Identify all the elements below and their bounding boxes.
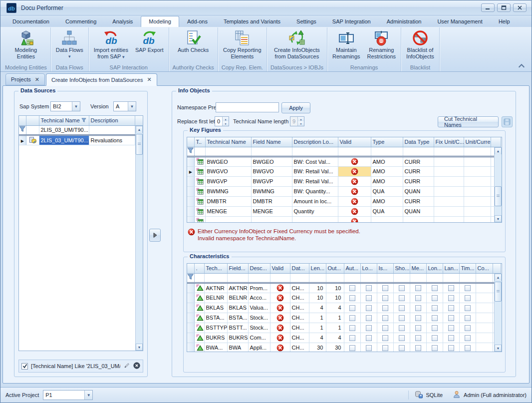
cell-field-name[interactable]: BKLAS (227, 303, 248, 313)
cell-flag-checkbox[interactable] (410, 283, 426, 293)
cell-unit-currency[interactable] (464, 196, 491, 206)
cell-co[interactable] (476, 343, 493, 352)
cell-valid-error-icon[interactable] (338, 186, 371, 196)
checkbox-unchecked[interactable] (415, 285, 421, 291)
cell-unit-currency[interactable] (464, 156, 491, 166)
cell-field-name[interactable]: BSTA... (227, 313, 248, 323)
cell-flag-checkbox[interactable] (443, 293, 459, 303)
cell-description[interactable] (292, 216, 338, 223)
cell-field-name[interactable]: BWGEO (251, 156, 292, 166)
cell-flag-checkbox[interactable] (360, 303, 377, 313)
scrollbar-thumb[interactable] (495, 282, 502, 302)
menu-tab-add-ons[interactable]: Add-ons (179, 16, 216, 27)
cell-fix-unit[interactable] (434, 206, 464, 216)
menu-tab-analysis[interactable]: Analysis (104, 16, 141, 27)
cell-flag-checkbox[interactable] (459, 293, 476, 303)
save-button[interactable] (502, 116, 513, 127)
cell-technical-name[interactable]: BWGEO (205, 156, 251, 166)
cell-co[interactable] (476, 313, 493, 323)
cell-technical-name[interactable]: DMBTR (205, 196, 251, 206)
cell-flag-checkbox[interactable] (393, 313, 410, 323)
table-row[interactable]: ▶2LIS_03_UM/T90...Revaluations (19, 135, 143, 145)
chevron-down-icon[interactable]: ▼ (128, 102, 136, 111)
cell-flag-checkbox[interactable] (344, 343, 360, 352)
cell-flag-checkbox[interactable] (377, 343, 393, 352)
cell-flag-checkbox[interactable] (410, 323, 426, 333)
column-header-tim[interactable]: Tim... (459, 264, 476, 273)
column-header-is[interactable]: Is... (377, 264, 393, 273)
checkbox-unchecked[interactable] (432, 295, 438, 301)
column-header-len[interactable]: Len... (309, 264, 326, 273)
close-tab-icon[interactable]: ✕ (35, 76, 39, 83)
vertical-scrollbar[interactable]: ▲▼ (494, 274, 502, 352)
cell-data-type[interactable]: CH... (290, 323, 309, 333)
edit-filter-icon[interactable] (123, 362, 130, 370)
cell-flag-checkbox[interactable] (443, 333, 459, 343)
checkbox-unchecked[interactable] (465, 345, 471, 351)
cell-flag-checkbox[interactable] (426, 283, 443, 293)
cell-flag-checkbox[interactable] (426, 313, 443, 323)
cell-flag-checkbox[interactable] (377, 283, 393, 293)
stepper-down-icon[interactable]: ▼ (223, 121, 229, 126)
menu-tab-modeling[interactable]: Modeling (141, 16, 179, 27)
cell-description[interactable]: BW: Quantity... (292, 186, 338, 196)
cell-data-type[interactable]: CH... (290, 343, 309, 352)
cell-description[interactable]: Appli... (248, 343, 270, 352)
checkbox-unchecked[interactable] (399, 335, 405, 341)
cell-unit-currency[interactable] (464, 166, 491, 176)
ribbon-button-auth-checks[interactable]: Auth Checks (174, 28, 212, 54)
checkbox-unchecked[interactable] (415, 295, 421, 301)
cell-field-name[interactable]: AKTNR (227, 283, 248, 293)
menu-tab-administration[interactable]: Administration (379, 16, 430, 27)
cell-description[interactable]: Revaluations (89, 135, 135, 145)
checkbox-unchecked[interactable] (448, 335, 454, 341)
cell-technical-name[interactable]: BWGVP (205, 176, 251, 186)
sap-system-select[interactable]: BI2 ▼ (50, 101, 80, 111)
cell-output-length[interactable]: 1 (326, 323, 344, 333)
cell-flag-checkbox[interactable] (344, 293, 360, 303)
cell-flag-checkbox[interactable] (344, 333, 360, 343)
cell-fix-unit[interactable] (434, 176, 464, 186)
cell-flag-checkbox[interactable] (410, 343, 426, 352)
checkbox-unchecked[interactable] (349, 295, 355, 301)
checkbox-unchecked[interactable] (366, 285, 372, 291)
checkbox-unchecked[interactable] (399, 345, 405, 351)
table-row[interactable] (187, 216, 501, 223)
ribbon-button-sap-export[interactable]: dbSAP Export (132, 28, 167, 54)
ribbon-button-renaming-restrictions[interactable]: RenamingRestrictions (364, 28, 399, 60)
cell-valid-error-icon[interactable] (270, 303, 290, 313)
column-header-data-type[interactable]: Data Type (403, 137, 434, 147)
checkbox-unchecked[interactable] (349, 345, 355, 351)
cell-technical-name[interactable]: BSTTYP (204, 323, 227, 333)
checkbox-unchecked[interactable] (382, 335, 388, 341)
cell-technical-name[interactable]: AKTNR (204, 283, 227, 293)
cell-length[interactable]: 4 (309, 303, 326, 313)
column-header-unit-curre[interactable]: Unit/Curre... (464, 137, 491, 147)
scrollbar-thumb[interactable] (136, 134, 143, 155)
cell-valid-error-icon[interactable] (270, 323, 290, 333)
checkbox-unchecked[interactable] (349, 325, 355, 331)
cell-flag-checkbox[interactable] (410, 313, 426, 323)
cell-flag-checkbox[interactable] (393, 283, 410, 293)
checkbox-unchecked[interactable] (349, 305, 355, 311)
cell-flag-checkbox[interactable] (459, 313, 476, 323)
cell-flag-checkbox[interactable] (360, 343, 377, 352)
minimize-button[interactable] (481, 3, 495, 12)
cell-flag-checkbox[interactable] (393, 323, 410, 333)
cell-flag-checkbox[interactable] (377, 333, 393, 343)
checkbox-unchecked[interactable] (366, 335, 372, 341)
cell-valid-error-icon[interactable] (270, 313, 290, 323)
cell-technical-name[interactable]: 2LIS_03_UM/T90... (39, 135, 89, 145)
replace-first-letters-stepper[interactable]: 0 ▲▼ (215, 116, 229, 126)
cell-flag-checkbox[interactable] (344, 303, 360, 313)
technical-name-length-stepper[interactable]: 9 ▲▼ (290, 116, 304, 126)
vertical-scrollbar[interactable]: ▲▼ (494, 147, 502, 222)
menu-tab-sap-integration[interactable]: SAP Integration (324, 16, 379, 27)
cell-description[interactable]: BW: Cost Val... (292, 156, 338, 166)
cell-fix-unit[interactable] (434, 156, 464, 166)
cell-flag-checkbox[interactable] (459, 303, 476, 313)
cell-type[interactable] (371, 216, 403, 223)
cell-flag-checkbox[interactable] (443, 323, 459, 333)
cell-length[interactable]: 30 (309, 343, 326, 352)
close-button[interactable] (513, 3, 527, 12)
